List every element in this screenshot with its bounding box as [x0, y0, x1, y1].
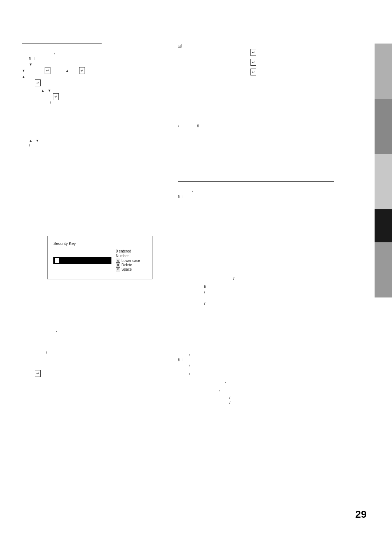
- right-s1-square: □: [178, 44, 356, 48]
- security-number-label: Number: [116, 253, 140, 259]
- color-block-medium-gray: [375, 99, 392, 154]
- right-section-1: □ ↵ ↵: [178, 44, 356, 75]
- right-bottom-line7: /: [178, 395, 356, 400]
- key-b-icon: B: [116, 263, 120, 267]
- right-divider-1: [178, 120, 334, 120]
- section-underline-1: [22, 44, 102, 44]
- security-options-group: 0 entered Number A Lower case B Delete C…: [116, 249, 140, 272]
- color-block-pale-gray: [375, 154, 392, 209]
- space-label: Space: [122, 267, 132, 271]
- right-s3-line1: ‹: [178, 189, 356, 194]
- sidebar-color-blocks: [375, 44, 392, 297]
- color-block-gray: [375, 242, 392, 297]
- security-option-delete: B Delete: [116, 263, 140, 267]
- color-block-light-gray: [375, 44, 392, 99]
- right-s1-line3: ↵: [178, 69, 356, 75]
- color-block-black: [375, 209, 392, 242]
- page-number: 29: [355, 509, 367, 520]
- security-entered-count: 0 entered: [116, 249, 140, 253]
- right-s1-line2: ↵: [178, 59, 356, 66]
- left-text-line-2: fi i: [22, 56, 160, 62]
- left-text-line-9: /: [22, 100, 160, 106]
- right-bottom-line5: ': [178, 381, 356, 386]
- left-text-line-6: ↵: [22, 79, 160, 86]
- right-bottom-line6: ': [178, 389, 356, 395]
- left-text-line-8: ↵: [22, 93, 160, 100]
- right-bottom-line8: /: [178, 400, 356, 406]
- security-cursor: [55, 258, 59, 263]
- right-s4-line3: /: [178, 290, 356, 295]
- right-section-2: ‹ fi: [178, 123, 356, 129]
- left-s2-line1: ▲ ▼: [22, 138, 160, 143]
- key-c-icon: C: [116, 267, 120, 271]
- right-bottom-line1: ‹: [178, 352, 356, 357]
- left-text-line-1: ‹: [22, 51, 160, 56]
- left-section-1: ‹ fi i ▼ ▼ ↵ ▲ ↵ ▲ ↵ ▲ ▼: [22, 44, 160, 106]
- right-section-4: f fi / f: [178, 276, 356, 307]
- left-bottom-line2: /: [22, 350, 160, 356]
- left-text-line-3: ▼: [22, 62, 160, 67]
- left-text-line-5: ▲: [22, 74, 160, 79]
- security-input-bar[interactable]: [53, 257, 111, 264]
- security-option-space: C Space: [116, 267, 140, 271]
- security-key-box: Security Key 0 entered Number A Lower ca…: [47, 236, 152, 279]
- right-s4-line4: f: [178, 301, 356, 307]
- right-s3-line2: fi i: [178, 194, 356, 200]
- right-s1-line1: ↵: [178, 49, 356, 56]
- right-bottom-line2: fi i: [178, 357, 356, 363]
- left-text-line-7: ▲ ▼: [22, 88, 160, 93]
- right-bottom-line3: ›: [178, 363, 356, 368]
- right-s4-line2: fi: [178, 284, 356, 290]
- left-section-2: ▲ ▼ /: [22, 138, 160, 149]
- left-s2-line2: /: [22, 143, 160, 149]
- right-s2-line1: ‹ fi: [178, 123, 356, 129]
- right-section-3: ‹ fi i: [178, 181, 356, 200]
- key-a-icon: A: [116, 259, 120, 263]
- lowercase-label: Lower case: [122, 259, 140, 263]
- right-divider-3: [178, 298, 334, 298]
- security-input-row: 0 entered Number A Lower case B Delete C…: [53, 249, 146, 272]
- left-bottom-line3: ↵: [22, 370, 160, 377]
- security-option-lowercase: A Lower case: [116, 259, 140, 263]
- right-bottom-line4: ›: [178, 371, 356, 377]
- left-section-bottom: ' / ↵: [22, 330, 160, 377]
- delete-label: Delete: [122, 263, 132, 267]
- right-section-bottom: ‹ fi i › › ' ': [178, 352, 356, 406]
- left-text-line-4: ▼ ↵ ▲ ↵: [22, 67, 160, 74]
- left-bottom-line1: ': [22, 330, 160, 336]
- right-s4-line1: f: [178, 276, 356, 281]
- security-key-title: Security Key: [53, 241, 146, 246]
